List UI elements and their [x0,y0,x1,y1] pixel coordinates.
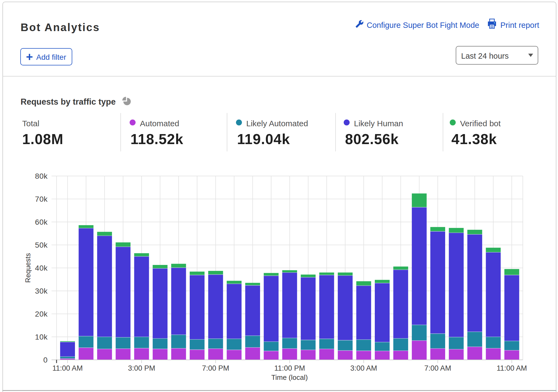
svg-text:60k: 60k [35,218,48,226]
svg-text:0: 0 [43,356,48,364]
svg-text:80k: 80k [35,172,48,180]
svg-text:3:00 AM: 3:00 AM [350,364,377,372]
svg-text:Requests: Requests [24,253,32,283]
svg-text:3:00 PM: 3:00 PM [128,364,155,372]
svg-text:70k: 70k [35,195,48,203]
svg-text:7:00 PM: 7:00 PM [202,364,229,372]
svg-text:40k: 40k [35,264,48,272]
svg-text:20k: 20k [35,310,48,318]
svg-text:11:00 AM: 11:00 AM [497,364,527,372]
svg-text:10k: 10k [35,333,48,341]
svg-text:11:00 PM: 11:00 PM [274,364,305,372]
svg-text:30k: 30k [35,287,48,295]
svg-text:7:00 AM: 7:00 AM [424,364,451,372]
svg-text:50k: 50k [35,241,48,249]
svg-text:Time (local): Time (local) [271,373,308,381]
svg-text:11:00 AM: 11:00 AM [52,364,83,372]
